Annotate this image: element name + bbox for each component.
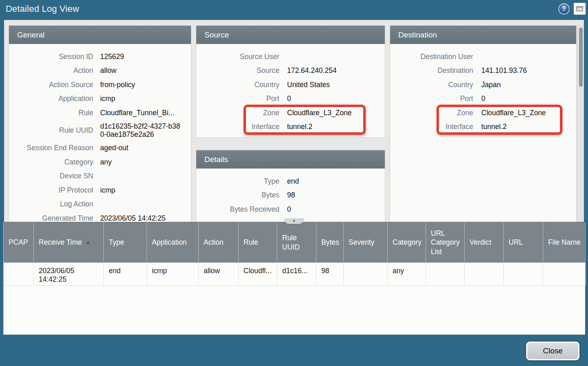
field-label: Country [390,81,473,89]
col-header-receive-time[interactable]: Receive Time ▲ [34,222,104,263]
field-label: Device SN [9,172,93,180]
field-value: 141.101.93.76 [481,67,527,75]
row-application: Application icmp [9,92,191,106]
window-popout-icon[interactable] [574,3,586,15]
cell-category: any [388,263,426,286]
row-destination-port: Port 0 [390,92,576,106]
row-bytes: Bytes 98 [196,188,385,203]
col-header-rule[interactable]: Rule [239,222,277,263]
field-value: Cloudflare_Tunnel_Bi... [100,109,174,117]
row-generated-time: Generated Time 2023/06/05 14:42:25 [9,211,191,222]
col-header-bytes[interactable]: Bytes [316,222,344,263]
cell-rule: Cloudfl... [239,263,277,286]
row-session-id: Session ID 125629 [9,50,191,64]
col-header-category[interactable]: Category [388,222,426,263]
field-label: Destination User [390,53,473,61]
field-value: d1c16235-b2f2-4327-b380-0ae1875e2a26 [100,123,182,138]
row-source-interface: Interface tunnel.2 [196,120,385,134]
table-row[interactable]: 2023/06/05 14:42:25 end icmp allow Cloud… [4,263,585,286]
field-value: 172.64.240.254 [287,67,337,75]
field-value: 0 [287,95,291,103]
cell-application: icmp [147,263,199,286]
row-type: Type end [196,174,385,188]
field-value: any [100,158,112,166]
cell-bytes: 98 [316,263,344,286]
col-header-verdict[interactable]: Verdict [465,222,504,263]
details-panel: Details Type end Bytes 98 Bytes Received… [196,150,385,222]
field-value: 0 [287,206,291,213]
col-header-type[interactable]: Type [104,222,147,263]
field-label: Session End Reason [9,144,93,152]
row-device-sn: Device SN [9,169,191,184]
field-value: tunnel.2 [287,123,312,131]
col-header-rule-uuid[interactable]: Rule UUID [277,222,316,263]
field-label: Rule UUID [9,127,93,134]
cell-pcap [4,263,34,286]
row-source-zone: Zone Cloudflare_L3_Zone [196,106,385,120]
row-action: Action allow [9,64,191,78]
row-session-end-reason: Session End Reason aged-out [9,141,191,156]
row-destination-ip: Destination 141.101.93.76 [390,64,576,78]
cell-rule-uuid: d1c16... [277,263,316,286]
upper-scrollbar-thumb[interactable] [579,28,583,87]
pane-collapse-handle[interactable]: ▼ [284,218,304,224]
cell-severity [344,263,388,286]
field-label: Rule [9,109,93,117]
row-source-ip: Source 172.64.240.254 [196,64,385,78]
field-label: Zone [390,109,473,117]
col-header-url-category-list[interactable]: URL Category List [426,222,465,263]
field-label: Action [9,67,93,75]
row-rule-uuid: Rule UUID d1c16235-b2f2-4327-b380-0ae187… [9,120,191,141]
field-label: Type [196,178,279,185]
field-label: Session ID [9,53,93,61]
col-header-url[interactable]: URL [504,222,543,263]
source-panel-header: Source [196,26,385,44]
row-destination-country: Country Japan [390,78,576,92]
destination-panel-header: Destination [390,26,576,44]
field-label: Generated Time [9,215,93,222]
field-label: IP Protocol [9,186,93,194]
help-glyph: ? [562,5,566,13]
cell-receive-time: 2023/06/05 14:42:25 [34,263,104,286]
field-value: end [287,178,299,185]
field-label: Log Action [9,200,93,208]
row-source-country: Country United States [196,78,385,92]
field-value: from-policy [100,81,135,89]
upper-scrollbar-track [577,26,584,222]
row-source-port: Port 0 [196,92,385,106]
field-label: Source User [196,53,279,61]
cell-url [504,263,543,286]
help-icon[interactable]: ? [558,3,570,15]
cell-action: allow [199,263,239,286]
row-destination-interface: Interface tunnel.2 [390,120,576,134]
field-value: Cloudflare_L3_Zone [287,109,352,117]
close-button[interactable]: Close [526,342,579,360]
table-header-row: PCAP Receive Time ▲ Type Application Act… [4,222,585,263]
col-header-file-name[interactable]: File Name [543,222,586,263]
field-label: Country [196,81,279,89]
field-value: 125629 [100,53,124,61]
field-value: 0 [481,95,485,103]
cell-verdict [465,263,504,286]
field-value: United States [287,81,330,89]
col-header-severity[interactable]: Severity [344,222,388,263]
field-label: Category [9,158,93,166]
chevron-down-icon: ▼ [292,219,296,223]
row-action-source: Action Source from-policy [9,78,191,92]
general-panel: General Session ID 125629 Action allow A… [9,26,191,222]
mini-window-glyph [576,6,583,11]
detailed-log-view-dialog: { "window": { "title": "Detailed Log Vie… [0,0,588,366]
field-label: Interface [390,123,473,131]
field-label: Port [196,95,279,103]
row-ip-protocol: IP Protocol icmp [9,183,191,197]
field-label: Interface [196,123,279,131]
cell-file-name [543,263,586,286]
field-value: 98 [287,191,295,199]
general-panel-header: General [9,26,191,44]
col-header-application[interactable]: Application [147,222,199,263]
destination-panel: Destination Destination User Destination… [390,26,576,222]
field-label: Destination [390,67,473,75]
col-header-action[interactable]: Action [199,222,239,263]
row-log-action: Log Action [9,197,191,212]
col-header-pcap[interactable]: PCAP [4,222,34,263]
